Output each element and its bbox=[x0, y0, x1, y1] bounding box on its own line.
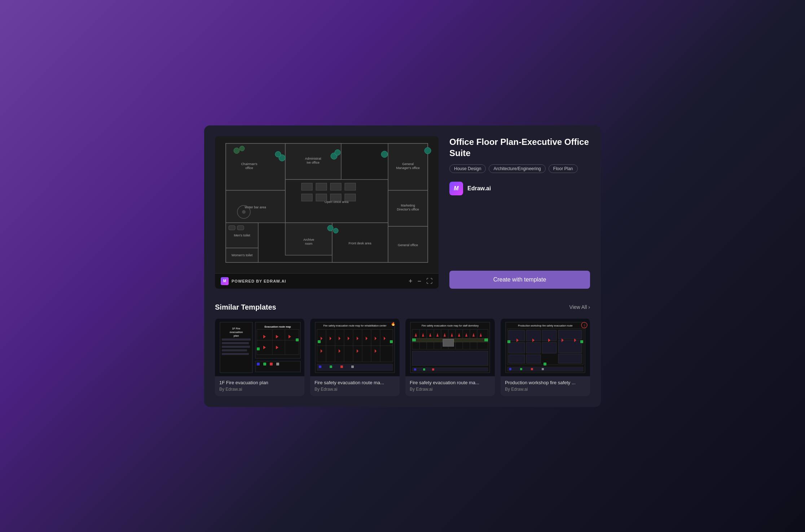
template-info-1: 1F Fire evacuation plan By Edraw.ai bbox=[215, 376, 304, 396]
template-info-2: Fire safety evacuation route ma... By Ed… bbox=[310, 376, 400, 396]
svg-text:Men's toilet: Men's toilet bbox=[234, 234, 250, 237]
svg-rect-152 bbox=[526, 355, 541, 363]
svg-rect-15 bbox=[302, 183, 312, 190]
tag-architecture[interactable]: Architecture/Engineering bbox=[489, 164, 545, 173]
svg-text:Evacuation route map: Evacuation route map bbox=[264, 325, 291, 328]
svg-rect-141 bbox=[423, 368, 425, 371]
svg-text:ive office: ive office bbox=[307, 161, 319, 164]
svg-text:room: room bbox=[305, 242, 313, 245]
svg-text:evacuation: evacuation bbox=[230, 331, 243, 333]
svg-rect-165 bbox=[544, 363, 546, 365]
svg-rect-60 bbox=[222, 353, 249, 355]
svg-rect-56 bbox=[222, 338, 251, 341]
tag-floor-plan[interactable]: Floor Plan bbox=[549, 164, 578, 173]
author-logo: M bbox=[449, 182, 463, 195]
svg-point-5 bbox=[234, 148, 239, 154]
template-card-title-4: Production workshop fire safety ... bbox=[505, 380, 586, 385]
main-container: Chairman's office Administrat ive office… bbox=[204, 125, 601, 407]
svg-text:Water bar area: Water bar area bbox=[245, 205, 266, 209]
svg-rect-22 bbox=[345, 194, 356, 201]
preview-area: Chairman's office Administrat ive office… bbox=[215, 136, 439, 289]
svg-rect-157 bbox=[558, 354, 582, 363]
svg-rect-20 bbox=[316, 194, 327, 201]
svg-text:Front desk area: Front desk area bbox=[348, 241, 371, 245]
svg-rect-151 bbox=[526, 342, 541, 353]
top-section: Chairman's office Administrat ive office… bbox=[215, 136, 590, 289]
info-panel: Office Floor Plan-Executive Office Suite… bbox=[449, 136, 590, 289]
svg-rect-109 bbox=[340, 365, 343, 368]
template-thumb-1: 1F Fire evacuation plan Evacuation route… bbox=[215, 319, 304, 376]
svg-text:Fire safety evacuation route m: Fire safety evacuation route map for reh… bbox=[323, 324, 387, 327]
template-title: Office Floor Plan-Executive Office Suite bbox=[449, 136, 590, 159]
create-with-template-button[interactable]: Create with template bbox=[449, 271, 590, 289]
template-info-3: Fire safety evacuation route ma... By Ed… bbox=[405, 376, 495, 396]
svg-text:office: office bbox=[245, 166, 253, 170]
svg-rect-135 bbox=[412, 338, 416, 341]
svg-rect-170 bbox=[520, 368, 522, 370]
similar-section: Similar Templates View All › 1F Fire eva… bbox=[215, 303, 590, 396]
template-card-author-3: By Edraw.ai bbox=[410, 387, 491, 392]
svg-text:Administrat: Administrat bbox=[305, 157, 321, 160]
svg-text:!: ! bbox=[584, 324, 585, 327]
zoom-in-button[interactable]: + bbox=[409, 278, 413, 284]
svg-rect-78 bbox=[276, 363, 279, 365]
template-card-4[interactable]: Production workshop fire safety evacuati… bbox=[501, 319, 590, 396]
view-all-link[interactable]: View All › bbox=[569, 304, 590, 310]
svg-point-48 bbox=[327, 225, 333, 231]
template-thumb-3: Fire safety evacuation route map for sta… bbox=[405, 319, 495, 376]
svg-rect-136 bbox=[484, 338, 488, 341]
svg-rect-36 bbox=[237, 226, 244, 230]
author-name: Edraw.ai bbox=[467, 185, 491, 192]
template-card-1[interactable]: 1F Fire evacuation plan Evacuation route… bbox=[215, 319, 304, 396]
svg-text:General office: General office bbox=[398, 243, 418, 247]
floor-plan-preview: Chairman's office Administrat ive office… bbox=[215, 136, 439, 273]
svg-rect-72 bbox=[296, 338, 299, 341]
template-card-title-3: Fire safety evacuation route ma... bbox=[410, 380, 491, 385]
svg-text:Manager's office: Manager's office bbox=[396, 166, 420, 170]
svg-rect-110 bbox=[351, 365, 354, 368]
preview-controls: + − ⛶ bbox=[409, 278, 433, 284]
svg-rect-21 bbox=[330, 194, 341, 201]
svg-rect-16 bbox=[316, 183, 327, 190]
template-thumb-4: Production workshop fire safety evacuati… bbox=[501, 319, 590, 376]
svg-text:Women's toilet: Women's toilet bbox=[232, 253, 253, 257]
fullscreen-button[interactable]: ⛶ bbox=[426, 278, 433, 284]
svg-rect-171 bbox=[531, 368, 533, 370]
preview-footer: M POWERED BY EDRAW.AI + − ⛶ bbox=[215, 273, 439, 289]
svg-rect-104 bbox=[390, 340, 393, 343]
zoom-out-button[interactable]: − bbox=[417, 278, 421, 284]
template-card-author-4: By Edraw.ai bbox=[505, 387, 586, 392]
svg-rect-77 bbox=[270, 363, 273, 365]
template-card-2[interactable]: Fire safety evacuation route map for reh… bbox=[310, 319, 400, 396]
svg-rect-138 bbox=[412, 351, 488, 365]
svg-rect-137 bbox=[443, 339, 454, 346]
templates-grid: 1F Fire evacuation plan Evacuation route… bbox=[215, 319, 590, 396]
template-card-author-2: By Edraw.ai bbox=[314, 387, 395, 392]
svg-point-46 bbox=[335, 150, 340, 155]
floor-plan-svg: Chairman's office Administrat ive office… bbox=[215, 136, 439, 273]
svg-rect-154 bbox=[542, 342, 557, 353]
template-card-title-1: 1F Fire evacuation plan bbox=[219, 380, 300, 385]
svg-text:plan: plan bbox=[234, 334, 239, 337]
svg-rect-108 bbox=[330, 365, 332, 368]
svg-rect-169 bbox=[509, 368, 511, 370]
svg-rect-103 bbox=[318, 340, 321, 343]
svg-point-29 bbox=[242, 210, 246, 214]
tag-house-design[interactable]: House Design bbox=[449, 164, 486, 173]
tags-row: House Design Architecture/Engineering Fl… bbox=[449, 164, 590, 173]
svg-text:Fire safety evacuation route m: Fire safety evacuation route map for sta… bbox=[422, 324, 479, 327]
author-row: M Edraw.ai bbox=[449, 182, 590, 195]
svg-rect-76 bbox=[263, 363, 266, 365]
svg-rect-106 bbox=[317, 364, 393, 371]
svg-rect-140 bbox=[414, 368, 416, 371]
svg-text:Production workshop fire safet: Production workshop fire safety evacuati… bbox=[518, 324, 572, 327]
svg-rect-148 bbox=[509, 342, 525, 353]
template-card-3[interactable]: Fire safety evacuation route map for sta… bbox=[405, 319, 495, 396]
view-all-label: View All bbox=[569, 304, 587, 310]
svg-rect-18 bbox=[345, 183, 356, 190]
svg-point-6 bbox=[239, 146, 245, 151]
svg-rect-168 bbox=[507, 367, 583, 371]
powered-by: M POWERED BY EDRAW.AI bbox=[221, 277, 286, 285]
svg-point-50 bbox=[425, 147, 431, 154]
svg-rect-19 bbox=[302, 194, 312, 201]
